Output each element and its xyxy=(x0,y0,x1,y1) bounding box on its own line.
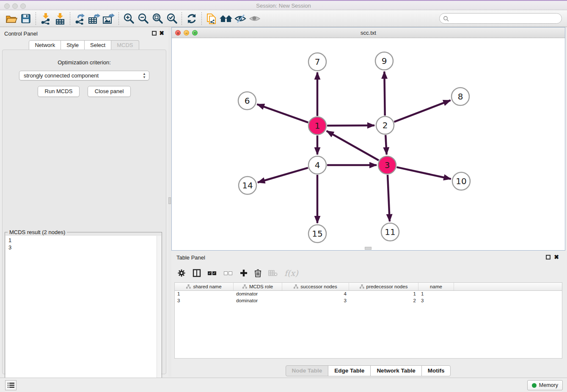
export-network-button[interactable] xyxy=(73,12,87,25)
cell-MCDS-role[interactable]: dominator xyxy=(234,298,282,304)
cell-shared-name[interactable]: 3 xyxy=(175,298,234,304)
home-layout-button[interactable] xyxy=(219,12,233,25)
node-15[interactable]: 15 xyxy=(308,225,326,243)
horizontal-splitter-grip[interactable] xyxy=(365,247,372,250)
column-header-predecessor-nodes[interactable]: predecessor nodes xyxy=(349,283,418,290)
tab-network[interactable]: Network xyxy=(29,40,61,50)
hide-selected-button[interactable] xyxy=(233,12,248,25)
table-panel-tabs: Node TableEdge TableNetwork TableMotifs xyxy=(171,365,565,376)
cell-shared-name[interactable]: 1 xyxy=(175,291,234,298)
tab-network-table[interactable]: Network Table xyxy=(370,365,421,376)
tab-select[interactable]: Select xyxy=(84,40,111,50)
toolbar-separator xyxy=(201,12,202,25)
export-table-button[interactable] xyxy=(87,12,102,25)
cell-name[interactable]: 1 xyxy=(418,291,454,298)
edge-1-2[interactable] xyxy=(327,125,374,126)
node-14[interactable]: 14 xyxy=(239,177,256,194)
table-settings-button[interactable] xyxy=(177,268,186,279)
svg-text:3: 3 xyxy=(385,160,390,170)
zoom-selected-button[interactable] xyxy=(165,12,179,25)
cell-predecessor-nodes[interactable]: 2 xyxy=(349,298,418,304)
edge-4-14[interactable] xyxy=(258,168,308,182)
tab-mcds[interactable]: MCDS xyxy=(111,40,139,50)
show-panels-button[interactable] xyxy=(5,380,17,390)
edge-3-1[interactable] xyxy=(327,131,379,160)
float-panel-icon[interactable] xyxy=(152,31,157,36)
table-row[interactable]: 1dominator411 xyxy=(175,291,562,298)
splitter-grip[interactable] xyxy=(168,197,171,204)
eye-icon xyxy=(248,14,261,24)
edge-2-8[interactable] xyxy=(394,100,450,122)
delete-table-button[interactable] xyxy=(268,268,278,279)
show-columns-button[interactable] xyxy=(193,268,201,279)
clone-network-button[interactable] xyxy=(204,12,219,25)
tab-node-table[interactable]: Node Table xyxy=(286,365,329,376)
edge-2-9[interactable] xyxy=(384,72,385,116)
column-header-MCDS-role[interactable]: MCDS role xyxy=(234,283,282,290)
show-all-button[interactable] xyxy=(248,12,262,25)
close-panel-icon[interactable]: ✖ xyxy=(159,30,164,36)
export-image-button[interactable] xyxy=(102,12,116,25)
node-3[interactable]: 3 xyxy=(378,156,396,174)
criterion-select[interactable]: strongly connected component ▲▼ xyxy=(19,71,149,80)
node-11[interactable]: 11 xyxy=(381,223,399,241)
search-box[interactable] xyxy=(439,13,562,24)
zoom-out-button[interactable] xyxy=(136,12,150,25)
control-panel-title: Control Panel xyxy=(4,30,38,37)
edge-1-6[interactable] xyxy=(257,104,308,122)
node-6[interactable]: 6 xyxy=(238,92,256,110)
node-8[interactable]: 8 xyxy=(451,88,469,105)
run-mcds-button[interactable]: Run MCDS xyxy=(38,86,80,97)
network-window-title: scc.txt xyxy=(172,30,565,36)
plus-icon xyxy=(240,269,248,277)
add-column-button[interactable] xyxy=(240,268,248,279)
memory-status-icon xyxy=(532,383,537,388)
columns-icon xyxy=(193,269,201,277)
zoom-fit-button[interactable] xyxy=(150,12,165,25)
node-2[interactable]: 2 xyxy=(376,116,394,134)
close-panel-button[interactable]: Close panel xyxy=(88,86,131,97)
refresh-button[interactable] xyxy=(184,12,199,25)
memory-button[interactable]: Memory xyxy=(527,380,563,390)
tab-edge-table[interactable]: Edge Table xyxy=(328,365,371,376)
cell-MCDS-role[interactable]: dominator xyxy=(234,291,282,298)
cell-predecessor-nodes[interactable]: 1 xyxy=(349,291,418,298)
node-9[interactable]: 9 xyxy=(375,52,393,70)
node-7[interactable]: 7 xyxy=(308,53,326,71)
cell-successor-nodes[interactable]: 4 xyxy=(282,291,349,298)
import-network-button[interactable] xyxy=(39,12,53,25)
open-file-button[interactable] xyxy=(4,12,19,25)
import-table-button[interactable] xyxy=(53,12,67,25)
tab-style[interactable]: Style xyxy=(61,40,85,50)
unselect-all-button[interactable] xyxy=(224,268,233,279)
edge-2-3[interactable] xyxy=(385,135,386,155)
close-table-panel-icon[interactable]: ✖ xyxy=(554,254,559,260)
function-builder-button[interactable]: f(x) xyxy=(284,268,298,279)
column-header-shared-name[interactable]: shared name xyxy=(175,283,234,290)
mcds-result-text[interactable]: 1 3 xyxy=(6,236,161,392)
float-table-panel-icon[interactable] xyxy=(546,255,550,259)
mcds-result-group: MCDS result (2 nodes) 1 3 xyxy=(5,232,162,392)
zoom-in-button[interactable] xyxy=(121,12,136,25)
mcds-result-scrollbar[interactable] xyxy=(157,236,161,392)
column-header-name[interactable]: name xyxy=(418,283,454,290)
cell-successor-nodes[interactable]: 3 xyxy=(282,298,349,304)
delete-column-button[interactable] xyxy=(254,268,261,279)
search-input[interactable] xyxy=(449,15,561,22)
cell-name[interactable]: 3 xyxy=(418,298,454,304)
svg-text:1: 1 xyxy=(315,121,320,131)
svg-text:4: 4 xyxy=(315,160,320,170)
table-row[interactable]: 3dominator323 xyxy=(175,298,562,304)
column-header-successor-nodes[interactable]: successor nodes xyxy=(282,283,349,290)
edge-3-10[interactable] xyxy=(396,167,451,179)
select-all-button[interactable]: ✓ ✓ xyxy=(208,268,217,279)
node-10[interactable]: 10 xyxy=(452,172,470,190)
edge-3-11[interactable] xyxy=(388,175,390,221)
node-1[interactable]: 1 xyxy=(308,117,326,135)
tab-motifs[interactable]: Motifs xyxy=(421,365,451,376)
export-table-icon xyxy=(88,13,101,25)
save-session-button[interactable] xyxy=(19,12,33,25)
vertical-splitter[interactable] xyxy=(168,27,171,377)
node-4[interactable]: 4 xyxy=(308,156,326,174)
network-canvas[interactable]: 7968124314101511 xyxy=(172,38,565,250)
